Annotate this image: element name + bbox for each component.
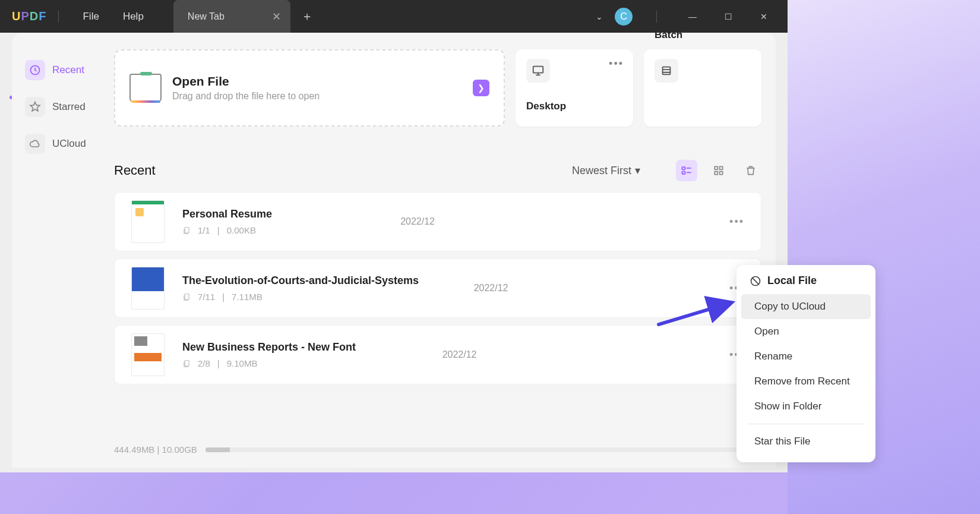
window-minimize-icon[interactable]: — [681,12,704,21]
avatar[interactable]: C [615,8,633,26]
sidebar-item-label: Recent [52,64,84,76]
file-pages: 1/1 [198,225,210,235]
sidebar-item-ucloud[interactable]: UCloud [17,129,95,159]
file-name: The-Evolution-of-Courts-and-Judicial-Sys… [182,275,419,287]
view-grid-icon[interactable] [708,160,729,181]
svg-rect-4 [682,172,685,174]
svg-rect-1 [533,67,543,73]
tab-close-icon[interactable]: ✕ [272,10,281,23]
storage-track [206,447,761,452]
file-size: 7.11MB [232,292,263,302]
file-thumbnail [131,267,165,310]
window-maximize-icon[interactable]: ☐ [716,12,740,21]
file-date: 2022/12 [474,283,508,294]
svg-rect-7 [715,172,717,175]
sidebar-item-recent[interactable]: Recent [17,55,95,85]
desktop-card[interactable]: ••• Desktop [516,49,633,127]
cm-star-this-file[interactable]: Star this File [741,429,871,454]
cm-open[interactable]: Open [741,319,871,344]
open-file-card[interactable]: Open File Drag and drop the file here to… [114,49,505,127]
file-pages: 2/8 [198,358,210,368]
file-thumbnail [131,333,165,376]
sort-dropdown[interactable]: Newest First ▾ [572,164,640,177]
nosync-icon [750,275,761,287]
file-thumbnail [131,200,165,243]
star-icon [25,97,45,117]
sidebar: Recent Starred UCloud [12,33,100,468]
batch-card[interactable]: Batch [644,49,761,127]
file-size: 9.10MB [227,358,258,368]
cm-rename[interactable]: Rename [741,344,871,369]
monitor-icon [526,59,550,83]
view-list-icon[interactable] [676,160,697,181]
cm-show-in-folder[interactable]: Show in Folder [741,394,871,419]
pages-icon [182,226,191,235]
cm-copy-to-ucloud[interactable]: Copy to UCloud [741,294,871,319]
open-file-subtitle: Drag and drop the file here to open [172,91,320,102]
file-size: 0.00KB [227,225,256,235]
file-name: Personal Resume [182,208,272,220]
instructional-arrow [656,295,739,330]
tab-add-icon[interactable]: ＋ [301,8,313,24]
svg-rect-2 [663,67,671,75]
context-menu-header: Local File [767,275,817,287]
svg-rect-6 [720,166,723,169]
context-menu: Local File Copy to UCloud Open Rename Re… [736,265,875,462]
sidebar-item-starred[interactable]: Starred [17,92,95,122]
file-date: 2022/12 [400,216,435,227]
window-close-icon[interactable]: ✕ [752,12,776,21]
pages-icon [182,293,191,301]
menu-file[interactable]: File [71,11,110,23]
app-window: UPDF File Help New Tab ✕ ＋ ⌄ C — ☐ ✕ [0,0,788,472]
stack-icon [655,59,678,83]
trash-icon[interactable] [740,160,761,181]
storage-text: 444.49MB | 10.00GB [114,444,197,455]
file-row[interactable]: New Business Reports - New Font 2/8 | 9.… [114,325,761,384]
pages-icon [182,360,191,368]
menu-help[interactable]: Help [111,11,156,23]
app-logo: UPDF [12,10,46,23]
chevron-down-icon[interactable]: ⌄ [596,12,603,21]
titlebar: UPDF File Help New Tab ✕ ＋ ⌄ C — ☐ ✕ [0,0,788,33]
list-header-title: Recent [114,163,156,178]
svg-rect-10 [185,294,189,299]
svg-rect-8 [720,172,723,175]
file-name: New Business Reports - New Font [182,341,356,354]
file-pages: 7/11 [198,292,215,302]
cloud-icon [25,134,45,154]
file-date: 2022/12 [442,349,477,360]
file-more-icon[interactable]: ••• [729,216,744,228]
svg-rect-9 [185,227,189,232]
clock-icon [25,60,45,80]
tab-new[interactable]: New Tab ✕ [173,0,290,33]
svg-rect-11 [185,360,189,365]
svg-rect-5 [715,166,717,169]
open-file-title: Open File [172,74,320,89]
cm-remove-from-recent[interactable]: Remove from Recent [741,369,871,394]
caret-down-icon: ▾ [635,164,640,177]
card-more-icon[interactable]: ••• [609,58,624,70]
sidebar-item-label: UCloud [52,138,86,150]
file-row[interactable]: Personal Resume 1/1 | 0.00KB 2022/12 ••• [114,192,761,251]
svg-rect-3 [682,167,685,169]
open-arrow-icon[interactable]: ❯ [473,80,489,96]
batch-label: Batch [655,33,751,41]
tab-title: New Tab [188,11,225,22]
folder-icon [129,74,162,102]
sidebar-item-label: Starred [52,101,86,113]
desktop-label: Desktop [526,100,622,112]
